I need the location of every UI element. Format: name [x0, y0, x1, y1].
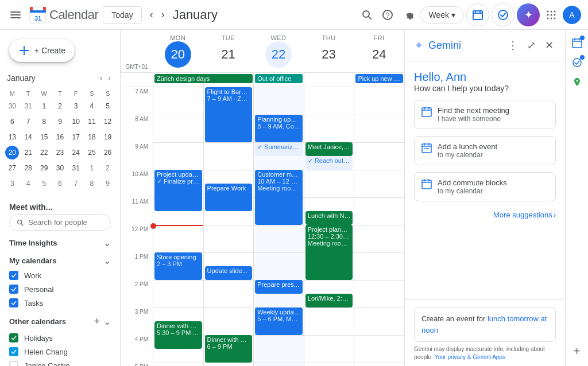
settings-button[interactable] — [399, 6, 417, 24]
mini-day[interactable]: 10 — [69, 115, 83, 129]
mini-day[interactable]: 3 — [69, 99, 83, 113]
mini-day[interactable]: 1 — [85, 161, 99, 175]
mini-day[interactable]: 9 — [101, 177, 115, 190]
right-add-button[interactable]: + — [570, 341, 584, 361]
mini-day[interactable]: 2 — [53, 99, 67, 113]
view-selector[interactable]: Week ▾ — [420, 6, 464, 24]
event-dinner-glo[interactable]: Dinner with Glo... 5:30 – 9 PM · Central — [154, 321, 202, 349]
add-calendar-button[interactable]: + — [92, 314, 101, 329]
more-suggestions-link[interactable]: More suggestions › — [414, 208, 556, 221]
my-calendars-header[interactable]: My calendars ⌄ — [0, 251, 120, 268]
event-flight-barcelona[interactable]: Flight to Barcel... 7 – 9 AM · Zürich ZR… — [205, 87, 253, 142]
mini-day[interactable]: 1 — [37, 99, 51, 113]
day-num-22[interactable]: 22 — [265, 41, 292, 68]
event-lori-mike[interactable]: Lori/Mike, 2:30... — [305, 294, 353, 307]
search-people-field[interactable] — [28, 218, 103, 227]
mini-day[interactable]: 8 — [37, 115, 51, 129]
mini-day[interactable]: 15 — [37, 130, 51, 144]
day-num-21[interactable]: 21 — [215, 41, 241, 68]
mini-day[interactable]: 30 — [53, 161, 67, 175]
mini-day[interactable]: 2 — [101, 161, 115, 175]
event-project-planning[interactable]: Project planning... 12:30 – 2:30 PM Meet… — [305, 225, 353, 280]
other-calendars-header[interactable]: Other calendars + ⌄ — [0, 310, 120, 331]
mini-day[interactable]: 6 — [5, 115, 19, 129]
suggestion-add-commute[interactable]: Add commute blocks to my calendar — [414, 172, 556, 201]
time-insights-header[interactable]: Time Insights ⌄ — [0, 233, 120, 251]
mini-day-today[interactable]: 20 — [5, 146, 19, 159]
mini-day[interactable]: 31 — [21, 99, 35, 113]
mini-day[interactable]: 23 — [53, 146, 67, 159]
calendar-item-personal[interactable]: Personal — [0, 282, 120, 296]
today-button[interactable]: Today — [103, 6, 141, 24]
pick-up-event[interactable]: Pick up new bik... — [355, 74, 403, 83]
mini-day[interactable]: 26 — [101, 146, 115, 159]
mini-day[interactable]: 4 — [21, 177, 35, 190]
mini-day[interactable]: 24 — [69, 146, 83, 159]
mini-day[interactable]: 7 — [69, 177, 83, 190]
help-button[interactable]: ? — [378, 6, 397, 24]
gemini-button[interactable]: ✦ — [517, 3, 540, 26]
gemini-more-button[interactable]: ⋮ — [505, 37, 520, 54]
privacy-link[interactable]: Your privacy & Gemini Apps — [434, 354, 505, 360]
calendar-item-helen[interactable]: Helen Chang — [0, 345, 120, 359]
event-meet-janice[interactable]: Meet Janice, 9... — [305, 142, 353, 156]
mini-day[interactable]: 28 — [21, 161, 35, 175]
mini-day[interactable]: 18 — [85, 130, 99, 144]
menu-button[interactable] — [7, 6, 24, 24]
mini-day[interactable]: 6 — [53, 177, 67, 190]
event-customer-meet[interactable]: Customer meet... 10 AM – 12 PM Meeting r… — [255, 170, 303, 225]
create-button[interactable]: + Create — [9, 39, 75, 62]
gemini-input-box[interactable]: Create an event for lunch tomorrow at no… — [414, 307, 556, 342]
event-lunch-noa[interactable]: Lunch with Noa... — [305, 211, 353, 225]
event-reach-out[interactable]: ✓ Reach out to... — [305, 156, 353, 170]
mini-day[interactable]: 21 — [21, 146, 35, 159]
mini-day[interactable]: 13 — [5, 130, 19, 144]
mini-cal-prev[interactable]: ‹ — [98, 71, 105, 84]
suggestion-add-lunch[interactable]: Add a lunch event to my calendar — [414, 136, 556, 165]
next-button[interactable]: › — [158, 5, 168, 24]
out-of-office-event[interactable]: Out of office — [255, 74, 303, 83]
mini-day[interactable]: 17 — [69, 130, 83, 144]
day-num-23[interactable]: 23 — [316, 41, 342, 68]
mini-day[interactable]: 8 — [85, 177, 99, 190]
mini-day[interactable]: 3 — [5, 177, 19, 190]
event-prepare-pres[interactable]: Prepare pres... — [255, 280, 303, 294]
gemini-expand-button[interactable]: ⤢ — [525, 37, 538, 54]
search-button[interactable] — [358, 6, 376, 24]
event-store-opening[interactable]: Store opening 2 – 3 PM — [154, 252, 202, 280]
event-summarize[interactable]: ✓ Summarize fi... — [255, 142, 303, 156]
mini-day[interactable]: 14 — [21, 130, 35, 144]
mini-day[interactable]: 5 — [101, 99, 115, 113]
prev-button[interactable]: ‹ — [146, 5, 157, 24]
apps-button[interactable] — [542, 6, 560, 24]
event-update-slide[interactable]: Update slide... — [205, 266, 253, 280]
mini-day[interactable]: 11 — [85, 115, 99, 129]
right-tasks-button[interactable] — [568, 54, 586, 71]
mini-day[interactable]: 5 — [37, 177, 51, 190]
mini-day[interactable]: 27 — [5, 161, 19, 175]
event-prepare-work[interactable]: Prepare Work — [205, 184, 253, 211]
mini-day[interactable]: 31 — [69, 161, 83, 175]
day-num-24[interactable]: 24 — [366, 41, 392, 68]
suggestion-find-meeting[interactable]: Find the next meeting I have with someon… — [414, 100, 556, 129]
zurich-design-days-event[interactable]: Zürich design days — [154, 74, 253, 83]
tasks-button[interactable] — [492, 3, 514, 26]
calendar-item-holidays[interactable]: Holidays — [0, 331, 120, 345]
search-people-input[interactable] — [9, 214, 111, 231]
mini-day[interactable]: 30 — [5, 99, 19, 113]
event-weekly-update[interactable]: Weekly update... 5 – 6 PM, Meeti... — [255, 307, 303, 335]
mini-day[interactable]: 22 — [37, 146, 51, 159]
mini-day[interactable]: 25 — [85, 146, 99, 159]
event-dinner-hel[interactable]: Dinner with Hel... 6 – 9 PM — [205, 335, 253, 363]
mini-day[interactable]: 16 — [53, 130, 67, 144]
calendar-item-work[interactable]: Work — [0, 268, 120, 282]
calendar-item-tasks[interactable]: Tasks — [0, 296, 120, 310]
calendar-item-janice[interactable]: Janice Castro — [0, 359, 120, 366]
day-num-20[interactable]: 20 — [165, 41, 191, 68]
mini-day[interactable]: 9 — [53, 115, 67, 129]
calendar-view-button[interactable] — [466, 3, 489, 26]
mini-day[interactable]: 29 — [37, 161, 51, 175]
mini-cal-next[interactable]: › — [106, 71, 113, 84]
event-planning-update[interactable]: Planning update... 8 – 9 AM, Confe... — [255, 115, 303, 142]
user-avatar[interactable]: A — [563, 6, 581, 24]
